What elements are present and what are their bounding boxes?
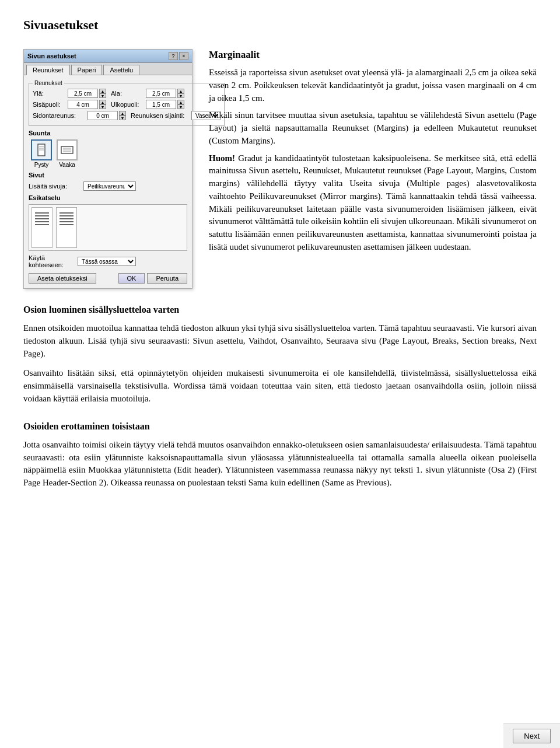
field-ulkopuoli: Ulkopuoli: ▲ ▼ <box>111 100 184 109</box>
field-ala: Ala: ▲ ▼ <box>111 89 184 98</box>
suunta-vaaka-group: Vaaka <box>57 139 78 168</box>
ala-spinner[interactable]: ▲ ▼ <box>177 89 184 98</box>
tab-paperi[interactable]: Paperi <box>71 65 103 75</box>
sisapuoli-spinner[interactable]: ▲ ▼ <box>99 100 106 109</box>
field-sidontareunus: Sidontareunus: ▲ ▼ <box>33 111 126 120</box>
lisaa-sivuja-row: Lisäitä sivuja: Peilikuvareunukset Norma… <box>29 181 187 191</box>
esikatselu-label: Esikatselu <box>29 194 187 201</box>
sisapuoli-down[interactable]: ▼ <box>99 104 106 109</box>
marginaalit-heading: Marginaalit <box>209 49 537 61</box>
yla-spinner[interactable]: ▲ ▼ <box>99 89 106 98</box>
field-reunuksen-sijainti: Reunuksen sijainti: Vasen Ylä <box>131 111 220 120</box>
tab-asettelu[interactable]: Asettelu <box>103 65 139 75</box>
field-yla: Ylä: ▲ ▼ <box>33 89 106 98</box>
marginaalit-para2: Mikäli sinun tarvitsee muuttaa sivun ase… <box>209 109 537 147</box>
kayta-kohteeseen-select[interactable]: Tässä osassa Koko asiakirja <box>78 257 136 266</box>
dialog-help-icon[interactable]: ? <box>169 52 178 60</box>
main-text-area: Osion luominen sisällysluetteloa varten … <box>23 303 537 490</box>
sisapuoli-input[interactable] <box>68 100 98 109</box>
sidontareunus-down[interactable]: ▼ <box>119 116 126 120</box>
preview-box <box>29 204 187 251</box>
ala-down[interactable]: ▼ <box>177 93 184 98</box>
sivut-label: Sivut <box>29 172 187 179</box>
dialog-tabs: Reunukset Paperi Asettelu <box>24 63 192 75</box>
ok-cancel-group: OK Peruuta <box>118 273 187 284</box>
tab-reunukset[interactable]: Reunukset <box>26 65 70 75</box>
page-title: Sivuasetukset <box>23 18 537 33</box>
ala-input[interactable] <box>146 89 176 98</box>
ala-up[interactable]: ▲ <box>177 89 184 93</box>
landscape-icon <box>61 145 74 155</box>
vaaka-label: Vaaka <box>59 162 75 168</box>
esikatselu-section: Esikatselu <box>29 194 187 268</box>
sidontareunus-spinner[interactable]: ▲ ▼ <box>119 111 126 120</box>
aseta-oletukseksi-button[interactable]: Aseta oletukseksi <box>29 273 96 284</box>
dialog-titlebar: Sivun asetukset ? × <box>24 50 192 63</box>
bottom-action-row: Aseta oletukseksi OK Peruuta <box>29 271 187 285</box>
ulkopuoli-input-group: ▲ ▼ <box>146 100 184 109</box>
reunukset-fieldset: Reunukset Ylä: ▲ ▼ Ala: <box>29 80 225 126</box>
dialog-title-icons: ? × <box>169 52 188 60</box>
sidontareunus-input[interactable] <box>88 111 118 120</box>
marginaalit-para3: Huom! Gradut ja kandidaatintyöt tulostet… <box>209 152 537 254</box>
kayta-kohteeseen-row: Käytä kohteeseen: Tässä osassa Koko asia… <box>29 254 187 268</box>
osio2-heading: Osioiden erottaminen toisistaan <box>23 420 537 433</box>
suunta-pysty-group: Pysty <box>31 139 52 168</box>
preview-page-left <box>32 207 52 248</box>
yla-input-group: ▲ ▼ <box>68 89 106 98</box>
huom-bold: Huom! <box>209 153 235 163</box>
sidontareunus-label: Sidontareunus: <box>33 112 85 119</box>
ok-button[interactable]: OK <box>118 273 145 284</box>
sivut-section: Sivut Lisäitä sivuja: Peilikuvareunukset… <box>29 172 187 191</box>
sidontareunus-up[interactable]: ▲ <box>119 111 126 116</box>
sidontareunus-input-group: ▲ ▼ <box>88 111 126 120</box>
reunuksen-sijainti-label: Reunuksen sijainti: <box>131 112 189 119</box>
osio1-para1: Ennen otsikoiden muotoilua kannattaa teh… <box>23 322 537 360</box>
page-settings-dialog: Sivun asetukset ? × Reunukset Paperi Ase… <box>23 49 192 289</box>
yla-down[interactable]: ▼ <box>99 93 106 98</box>
osio1-heading: Osion luominen sisällysluetteloa varten <box>23 303 537 316</box>
dialog-title: Sivun asetukset <box>27 53 76 60</box>
osio1-para2: Osanvaihto lisätään siksi, että opinnäyt… <box>23 367 537 405</box>
row-sidontareunus: Sidontareunus: ▲ ▼ Reunuksen sijainti: <box>33 111 220 120</box>
sisapuoli-input-group: ▲ ▼ <box>68 100 106 109</box>
pysty-label: Pysty <box>34 162 48 168</box>
dialog-close-icon[interactable]: × <box>179 52 188 60</box>
suunta-section: Suunta Pysty <box>29 130 187 168</box>
ala-label: Ala: <box>111 90 144 97</box>
osio2-para1: Jotta osanvaihto toimisi oikein täytyy v… <box>23 439 537 490</box>
lisaa-sivuja-label: Lisäitä sivuja: <box>29 183 81 190</box>
sisapuoli-label: Sisäpuoli: <box>33 101 65 108</box>
preview-lines-left <box>35 212 49 227</box>
row-sisapuoli-ulkopuoli: Sisäpuoli: ▲ ▼ Ulkopuoli: <box>33 100 220 109</box>
kayta-kohteeseen-label: Käytä kohteeseen: <box>29 254 75 268</box>
preview-page-right <box>56 207 77 248</box>
preview-lines-right <box>60 212 74 227</box>
suunta-pysty-btn[interactable] <box>31 139 52 160</box>
row-yla-ala: Ylä: ▲ ▼ Ala: <box>33 89 220 98</box>
marginaalit-section: Marginaalit Esseissä ja raporteissa sivu… <box>209 49 537 289</box>
portrait-icon <box>36 144 47 156</box>
top-content-area: Sivun asetukset ? × Reunukset Paperi Ase… <box>23 49 537 289</box>
suunta-label: Suunta <box>29 130 187 137</box>
field-sisapuoli: Sisäpuoli: ▲ ▼ <box>33 100 106 109</box>
reunukset-legend: Reunukset <box>33 80 64 86</box>
lisaa-sivuja-select[interactable]: Peilikuvareunukset Normaali <box>83 181 136 191</box>
suunta-vaaka-btn[interactable] <box>57 139 78 160</box>
ala-input-group: ▲ ▼ <box>146 89 184 98</box>
sisapuoli-up[interactable]: ▲ <box>99 100 106 104</box>
marginaalit-para1: Esseissä ja raporteissa sivun asetukset … <box>209 67 537 104</box>
yla-up[interactable]: ▲ <box>99 89 106 93</box>
peruuta-button[interactable]: Peruuta <box>147 273 187 284</box>
yla-input[interactable] <box>68 89 98 98</box>
ulkopuoli-down[interactable]: ▼ <box>177 104 184 109</box>
ulkopuoli-label: Ulkopuoli: <box>111 101 144 108</box>
suunta-options: Pysty Vaaka <box>31 139 187 168</box>
yla-label: Ylä: <box>33 90 65 97</box>
ulkopuoli-spinner[interactable]: ▲ ▼ <box>177 100 184 109</box>
ulkopuoli-input[interactable] <box>146 100 176 109</box>
dialog-body: Reunukset Ylä: ▲ ▼ Ala: <box>24 75 192 288</box>
ulkopuoli-up[interactable]: ▲ <box>177 100 184 104</box>
